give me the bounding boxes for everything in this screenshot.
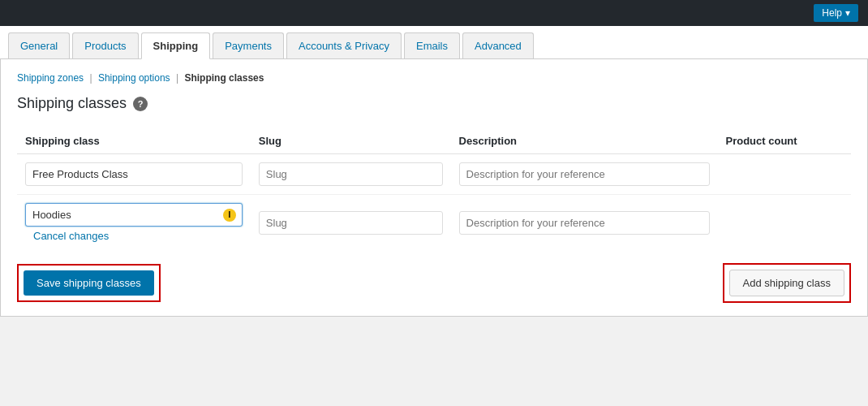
- shipping-class-input-1[interactable]: [25, 162, 243, 186]
- tab-general[interactable]: General: [8, 32, 70, 58]
- top-bar: Help ▾: [0, 0, 868, 26]
- cancel-changes-link[interactable]: Cancel changes: [25, 230, 243, 242]
- product-count-1: [718, 154, 852, 195]
- breadcrumb-shipping-zones[interactable]: Shipping zones: [17, 72, 84, 84]
- col-header-description: Description: [451, 128, 718, 154]
- tab-advanced[interactable]: Advanced: [462, 32, 534, 58]
- description-input-2[interactable]: [459, 211, 710, 235]
- col-header-product-count: Product count: [718, 128, 852, 154]
- main-content: Shipping zones | Shipping options | Ship…: [0, 59, 868, 317]
- add-shipping-class-button[interactable]: Add shipping class: [729, 270, 844, 296]
- page-help-icon[interactable]: ?: [133, 97, 148, 111]
- shipping-class-input-wrapper-2: I: [25, 203, 243, 227]
- table-row: I Cancel changes: [17, 195, 851, 251]
- breadcrumb-shipping-options[interactable]: Shipping options: [98, 72, 170, 84]
- shipping-table: Shipping class Slug Description Product …: [17, 128, 851, 250]
- col-header-slug: Slug: [251, 128, 451, 154]
- tab-emails[interactable]: Emails: [404, 32, 460, 58]
- page-title: Shipping classes ?: [17, 95, 851, 112]
- shipping-class-input-2[interactable]: [25, 203, 243, 227]
- help-arrow: ▾: [845, 7, 850, 19]
- help-button[interactable]: Help ▾: [814, 4, 858, 22]
- tab-shipping[interactable]: Shipping: [141, 32, 211, 59]
- tab-payments[interactable]: Payments: [213, 32, 284, 58]
- breadcrumb-shipping-classes: Shipping classes: [184, 72, 264, 84]
- action-bar: Save shipping classes Add shipping class: [17, 263, 851, 303]
- save-shipping-classes-button[interactable]: Save shipping classes: [24, 270, 154, 296]
- tab-products[interactable]: Products: [72, 32, 138, 58]
- col-header-shipping-class: Shipping class: [17, 128, 251, 154]
- breadcrumb-sep1: |: [89, 72, 92, 84]
- description-input-1[interactable]: [459, 162, 710, 186]
- save-btn-wrapper: Save shipping classes: [17, 264, 161, 302]
- table-row: [17, 154, 851, 195]
- tab-accounts-privacy[interactable]: Accounts & Privacy: [286, 32, 402, 58]
- breadcrumb-sep2: |: [176, 72, 178, 84]
- slug-input-2[interactable]: [259, 211, 443, 235]
- add-btn-wrapper: Add shipping class: [723, 263, 851, 303]
- product-count-2: [718, 195, 852, 251]
- nav-tabs: General Products Shipping Payments Accou…: [0, 26, 868, 59]
- slug-input-1[interactable]: [259, 162, 443, 186]
- help-label: Help: [822, 7, 842, 19]
- breadcrumb: Shipping zones | Shipping options | Ship…: [17, 72, 851, 84]
